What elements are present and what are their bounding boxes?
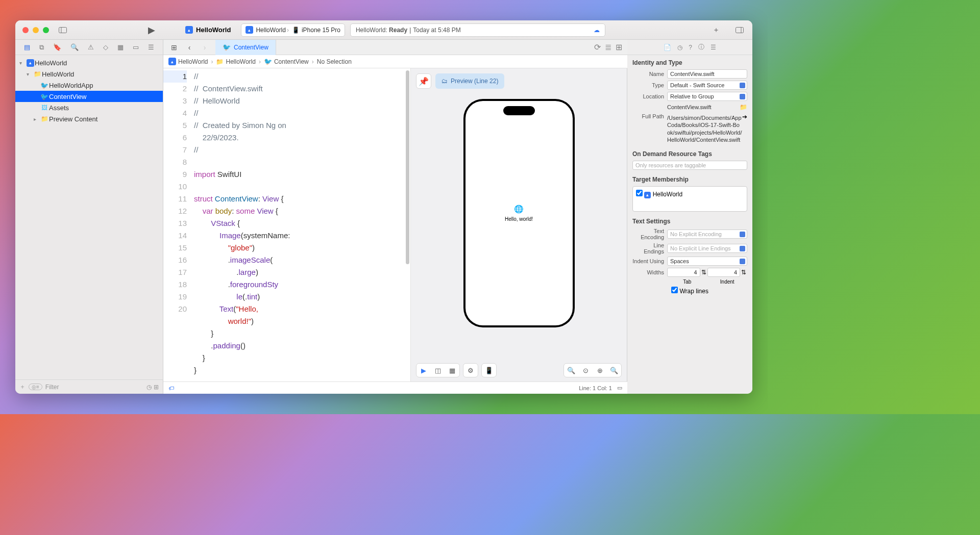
device-screen[interactable]: 🌐 Hello, world! xyxy=(465,101,573,325)
jump-bar[interactable]: ▴ HelloWorld› 📁 HelloWorld› 🐦 ContentVie… xyxy=(163,55,627,68)
issue-icon[interactable]: ⚠ xyxy=(88,43,94,51)
debug-icon[interactable]: ▦ xyxy=(117,43,124,51)
recent-icon[interactable]: ◷ xyxy=(146,384,152,391)
widths-label: Widths xyxy=(632,269,667,275)
project-root-label: HelloWorld xyxy=(35,59,67,67)
zoom-out-button[interactable]: 🔍 xyxy=(564,367,578,374)
related-items-icon[interactable]: ⊞ xyxy=(167,41,181,54)
wrap-label: Wrap lines xyxy=(679,288,708,295)
scheme-selector[interactable]: ▴ HelloWorld xyxy=(185,26,231,34)
forward-button[interactable]: › xyxy=(198,41,211,54)
project-root[interactable]: ▾▴ HelloWorld xyxy=(15,57,163,68)
tab-contentview[interactable]: 🐦 ContentView xyxy=(215,40,276,55)
orientation-button[interactable]: 📱 xyxy=(482,367,496,374)
reveal-icon[interactable]: ➔ xyxy=(742,113,747,120)
code-content[interactable]: //// ContentView.swift// HelloWorld//// … xyxy=(192,68,410,381)
zoom-in-button[interactable]: 🔍 xyxy=(607,367,621,374)
preview-selector[interactable]: 🗂 Preview (Line 22) xyxy=(435,73,504,89)
status-app: HelloWorld: xyxy=(356,27,387,34)
tag-icon[interactable]: 🏷 xyxy=(168,385,174,391)
scheme-dropdown[interactable]: ▴ HelloWorld › 📱 iPhone 15 Pro xyxy=(241,23,345,37)
editor-options-icon[interactable]: ≣ xyxy=(605,42,611,52)
file-name-field[interactable]: ContentView.swift xyxy=(667,69,747,79)
file-contentview[interactable]: 🐦 ContentView xyxy=(15,91,163,102)
attributes-inspector-icon[interactable]: ☰ xyxy=(710,44,716,51)
inspector-panel: 📄 ◷ ? ⓘ ☰ Identity and Type NameContentV… xyxy=(627,40,752,394)
selectable-button[interactable]: ◫ xyxy=(431,367,445,374)
help-inspector-icon[interactable]: ? xyxy=(689,44,692,51)
add-editor-icon[interactable]: ⊞ xyxy=(616,42,622,52)
minimap-toggle-icon[interactable]: ▭ xyxy=(617,385,622,391)
app-icon: ▴ xyxy=(185,26,193,34)
filter-input[interactable]: Filter xyxy=(45,384,59,391)
bookmark-icon[interactable]: 🔖 xyxy=(53,43,61,51)
run-button[interactable]: ▶ xyxy=(145,23,158,37)
find-icon[interactable]: 🔍 xyxy=(70,43,79,51)
zoom-window[interactable] xyxy=(43,27,49,33)
zoom-actual-button[interactable]: ⊕ xyxy=(593,367,607,374)
identity-inspector-icon[interactable]: ⓘ xyxy=(698,43,704,52)
back-button[interactable]: ‹ xyxy=(183,41,196,54)
encoding-label: Text Encoding xyxy=(632,228,667,240)
toggle-navigator-icon[interactable] xyxy=(56,23,69,37)
indent-width-field[interactable]: 4 xyxy=(707,268,741,277)
status-state: Ready xyxy=(389,27,407,34)
filter-scope[interactable]: ◎≡ xyxy=(29,384,42,390)
globe-icon: 🌐 xyxy=(514,205,524,214)
jumpbar-file[interactable]: ContentView xyxy=(274,58,309,65)
file-helloworldapp[interactable]: 🐦 HelloWorldApp xyxy=(15,80,163,91)
group-folder[interactable]: ▾📁 HelloWorld xyxy=(15,68,163,80)
add-icon[interactable]: ＋ xyxy=(19,383,26,391)
folder-picker-icon[interactable]: 📁 xyxy=(740,104,747,111)
pin-preview-button[interactable]: 📌 xyxy=(416,73,431,89)
library-button[interactable]: ＋ xyxy=(709,23,723,37)
navigator-filter[interactable]: ＋ ◎≡ Filter ◷ ⊞ xyxy=(15,379,163,394)
endings-select[interactable]: No Explicit Line Endings xyxy=(667,244,747,253)
target-checkbox-row[interactable]: ▴ HelloWorld xyxy=(636,191,682,198)
cursor-position: Line: 1 Col: 1 xyxy=(579,385,612,391)
test-icon[interactable]: ◇ xyxy=(103,43,108,51)
target-checkbox[interactable] xyxy=(636,190,643,196)
breakpoint-icon[interactable]: ▭ xyxy=(133,43,139,51)
file-assets[interactable]: 🖼 Assets xyxy=(15,102,163,113)
jumpbar-group[interactable]: HelloWorld xyxy=(226,58,255,65)
source-control-icon[interactable]: ⧉ xyxy=(39,43,44,52)
navigator-selector: ▤ ⧉ 🔖 🔍 ⚠ ◇ ▦ ▭ ☰ xyxy=(15,40,163,55)
device-settings-button[interactable]: ⚙ xyxy=(463,367,478,374)
zoom-fit-button[interactable]: ⊙ xyxy=(578,367,593,374)
tab-bar: ⊞ ‹ › 🐦 ContentView ⟳ ≣ ⊞ xyxy=(163,40,627,55)
location-select[interactable]: Relative to Group xyxy=(667,92,747,101)
refresh-icon[interactable]: ⟳ xyxy=(594,42,601,52)
device-frame: 🌐 Hello, world! xyxy=(463,99,575,327)
scm-icon[interactable]: ⊞ xyxy=(154,384,159,391)
history-inspector-icon[interactable]: ◷ xyxy=(677,44,682,51)
variants-button[interactable]: ▦ xyxy=(445,367,459,374)
jumpbar-project[interactable]: HelloWorld xyxy=(178,58,208,65)
encoding-select[interactable]: No Explicit Encoding xyxy=(667,230,747,239)
scheme-device: iPhone 15 Pro xyxy=(302,27,340,34)
report-icon[interactable]: ☰ xyxy=(148,43,154,51)
file-label: Assets xyxy=(49,104,69,112)
file-type-select[interactable]: Default - Swift Source xyxy=(667,81,747,90)
source-editor[interactable]: 1234567891011121314151617181920 //// Con… xyxy=(163,68,410,381)
app-icon: ▴ xyxy=(246,26,253,34)
jumpbar-selection[interactable]: No Selection xyxy=(317,58,352,65)
target-name: HelloWorld xyxy=(653,191,682,198)
tab-width-field[interactable]: 4 xyxy=(667,268,700,277)
scrollbar[interactable] xyxy=(406,70,409,264)
toggle-inspector-icon[interactable] xyxy=(733,23,746,37)
activity-viewer[interactable]: HelloWorld: Ready | Today at 5:48 PM ☁︎ xyxy=(350,23,605,37)
minimize-window[interactable] xyxy=(33,27,39,33)
svg-rect-2 xyxy=(736,27,744,33)
endings-label: Line Endings xyxy=(632,242,667,254)
file-label: ContentView xyxy=(49,93,86,100)
close-window[interactable] xyxy=(22,27,29,33)
folder-preview-content[interactable]: ▸📁 Preview Content xyxy=(15,113,163,124)
project-navigator-tree: ▾▴ HelloWorld ▾📁 HelloWorld 🐦 HelloWorld… xyxy=(15,55,163,379)
indent-select[interactable]: Spaces xyxy=(667,257,747,266)
file-inspector-icon[interactable]: 📄 xyxy=(664,44,671,51)
indent-sublabel: Indent xyxy=(707,279,748,285)
wrap-lines-checkbox[interactable]: Wrap lines xyxy=(671,287,708,295)
project-navigator-icon[interactable]: ▤ xyxy=(24,43,30,51)
live-preview-button[interactable]: ▶ xyxy=(416,367,431,374)
